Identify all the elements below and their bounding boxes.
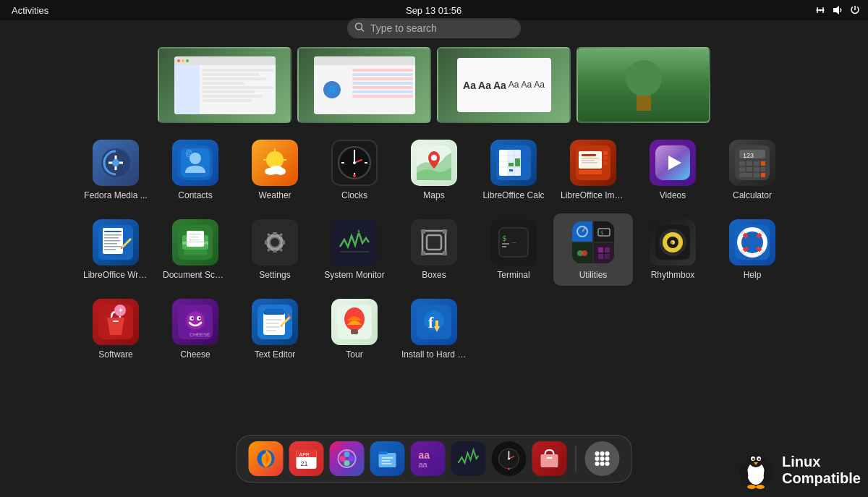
app-system-monitor[interactable]: System Monitor [315,213,394,286]
help-icon [729,219,775,266]
svg-text:aa: aa [419,460,428,469]
terminal-icon: $ _ [490,219,537,266]
app-label-calculator: Calculator [733,190,772,200]
app-help[interactable]: Help [712,213,792,286]
app-boxes[interactable]: Boxes [394,213,474,286]
window-thumbnail-4[interactable] [576,47,710,123]
app-rhythmbox[interactable]: ♪ Rhythmbox [633,213,712,286]
app-terminal[interactable]: $ _ Terminal [474,213,553,286]
dock-files[interactable] [370,441,405,476]
power-icon[interactable] [849,4,861,16]
app-libreoffice-writer[interactable]: LibreOffice Writer [76,213,156,286]
search-input[interactable] [347,18,521,38]
dock-firefox[interactable] [249,441,284,476]
app-calculator[interactable]: 123 Calculator [712,134,792,206]
svg-rect-89 [182,242,208,242]
dock-store[interactable] [532,441,567,476]
app-fedora-media[interactable]: Fedora Media ... [76,134,156,206]
activities-button[interactable]: Activities [7,4,53,17]
search-bar-wrapper [347,18,521,38]
svg-point-10 [112,159,119,166]
rhythmbox-icon: ♪ [650,219,696,266]
app-videos[interactable]: Videos [633,134,712,206]
svg-point-137 [192,318,194,320]
svg-rect-171 [382,460,391,462]
app-utilities[interactable]: $ Utilities [553,213,633,286]
svg-rect-88 [189,239,200,241]
dock-software[interactable] [330,441,365,476]
svg-point-183 [595,451,600,456]
app-label-system-monitor: System Monitor [324,270,384,280]
svg-rect-79 [104,243,117,245]
app-weather[interactable]: Weather [235,134,315,206]
app-install-to-hard-drive[interactable]: f Install to Hard D... [394,293,474,365]
svg-rect-101 [421,229,425,234]
contacts-icon: @ [172,140,218,186]
app-software[interactable]: ✦ Software [76,293,156,365]
app-text-editor[interactable]: Text Editor [235,293,315,365]
dock-apps-grid[interactable] [585,441,620,476]
svg-rect-96 [340,251,369,252]
svg-rect-113 [598,247,603,252]
svg-rect-145 [266,326,281,328]
app-label-text-editor: Text Editor [255,349,296,360]
linux-badge-text: Linux Compatible [782,454,861,487]
svg-point-180 [508,468,510,470]
dock-calendar[interactable]: 21 APR [289,441,324,476]
svg-rect-66 [739,167,745,171]
app-libreoffice-impress[interactable]: LibreOffice Imp... [553,134,633,206]
app-tour[interactable]: Tour [315,293,394,365]
svg-rect-103 [421,251,425,255]
svg-rect-116 [605,254,610,259]
svg-point-188 [605,456,610,461]
dock: 21 APR aa aa [237,435,632,483]
svg-rect-77 [104,237,119,239]
svg-text:✦: ✦ [118,307,124,314]
svg-rect-156 [435,320,438,328]
app-label-clocks: Clocks [341,190,367,200]
svg-rect-69 [761,167,765,171]
svg-rect-80 [104,246,122,247]
app-contacts[interactable]: @ Contacts [156,134,235,206]
software-icon: ✦ [93,299,139,345]
dock-font-viewer[interactable]: aa aa [411,441,446,476]
app-document-scanner[interactable]: Document Scan... [156,213,235,286]
svg-point-164 [340,456,346,462]
window-thumbnail-1[interactable] [158,47,292,123]
dock-system-monitor[interactable] [451,441,486,476]
app-settings[interactable]: Settings [235,213,315,286]
svg-text:@: @ [185,149,192,157]
linux-compatible-badge: Linux Compatible [736,450,861,490]
document-scanner-icon [172,219,218,266]
dock-clocks[interactable] [492,441,527,476]
svg-rect-75 [104,231,122,232]
svg-point-197 [752,458,754,460]
topbar: Activities Sep 13 01:56 [0,0,868,20]
app-cheese[interactable]: CHEESE Cheese [156,293,235,365]
app-clocks[interactable]: Clocks [315,134,394,206]
svg-rect-142 [263,309,285,315]
app-label-cheese: Cheese [180,349,210,360]
svg-rect-102 [443,229,447,234]
app-libreoffice-calc[interactable]: LibreOffice Calc [474,134,553,206]
svg-rect-65 [761,161,765,166]
window-thumbnail-3[interactable]: Aa Aa Aa Aa Aa Aa [437,47,571,123]
svg-rect-62 [739,161,745,166]
svg-point-134 [187,312,204,329]
app-maps[interactable]: Maps [394,134,474,206]
app-label-libreoffice-writer: LibreOffice Writer [83,270,148,280]
svg-text:aa: aa [419,449,430,461]
svg-point-185 [605,451,610,456]
svg-point-21 [265,168,276,175]
svg-rect-87 [189,237,199,238]
svg-rect-49 [582,154,596,156]
window-thumbnail-2[interactable]: 🌐 [297,47,431,123]
volume-icon[interactable] [832,4,843,16]
svg-rect-63 [746,161,752,166]
clock-display: Sep 13 01:56 [406,5,461,16]
window-thumbnails: 🌐 Aa [158,47,710,123]
network-icon[interactable] [814,4,826,16]
app-label-utilities: Utilities [579,270,608,280]
app-label-libreoffice-calc: LibreOffice Calc [482,190,544,200]
svg-point-112 [582,250,587,256]
